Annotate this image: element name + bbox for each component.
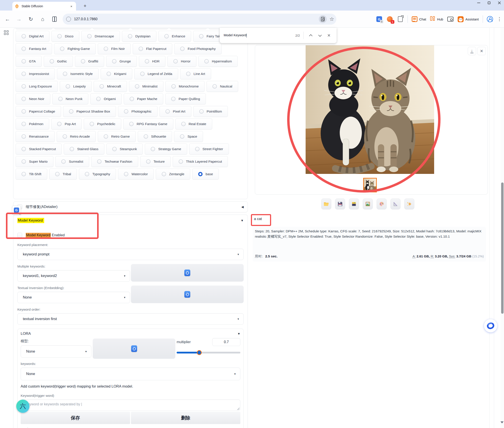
slider-thumb[interactable] [197, 350, 202, 355]
style-chip-monochrome[interactable]: Monochrome [165, 81, 204, 92]
style-chip-flat-papercut[interactable]: Flat Papercut [133, 43, 172, 54]
style-chip-fighting-game[interactable]: Fighting Game [54, 43, 96, 54]
model-keyword-header[interactable]: Model Keyword ▼ [17, 218, 244, 223]
ai-assistant-floating-button[interactable] [484, 319, 497, 332]
trigger-word-textarea[interactable]: Keyword or keywords separated by | [21, 399, 240, 411]
style-chip-stained-glass[interactable]: Stained Glass [64, 144, 104, 155]
style-chip-gothic[interactable]: Gothic [44, 56, 73, 67]
model-keyword-enabled-row[interactable]: Model Keyword Enabled [17, 233, 244, 238]
style-chip-graffiti[interactable]: Graffiti [75, 56, 104, 67]
bookmark-star-icon[interactable]: ☆ [329, 16, 334, 22]
translate-circle-button[interactable]: 六 [16, 400, 29, 413]
style-chip-space[interactable]: Space [174, 131, 203, 142]
style-chip-texture[interactable]: Texture [140, 156, 171, 167]
side-panel-icon[interactable] [50, 10, 59, 28]
style-chip-legend-of-zelda[interactable]: Legend of Zelda [134, 68, 178, 79]
assistant-extension-button[interactable]: Assistant [458, 16, 479, 22]
style-chip-minecraft[interactable]: Minecraft [94, 81, 127, 92]
profile-avatar[interactable] [487, 16, 493, 22]
style-chip-dystopian[interactable]: Dystopian [122, 31, 156, 42]
open-folder-icon[interactable] [321, 198, 331, 209]
translate-extension-icon[interactable]: G文 [376, 16, 382, 22]
find-next-icon[interactable] [316, 32, 324, 39]
style-chip-horror[interactable]: Horror [167, 56, 196, 67]
style-chip-rpg-fantasy-game[interactable]: RPG Fantasy Game [123, 118, 173, 130]
find-input[interactable]: Model Keyword [224, 33, 295, 37]
site-info-icon[interactable] [66, 17, 71, 22]
refresh-lora-icon[interactable] [131, 345, 137, 352]
style-chip-dreamscape[interactable]: Dreamscape [81, 31, 120, 42]
close-image-button[interactable]: × [477, 47, 486, 55]
style-chip-zentangle[interactable]: Zentangle [156, 169, 190, 180]
style-chip-impressionist[interactable]: Impressionist [16, 68, 55, 79]
lora-keywords-dropdown[interactable]: None ▼ [21, 368, 240, 380]
style-chip-paper-quilling[interactable]: Paper Quilling [165, 93, 206, 104]
multiplier-input[interactable]: 0.7 [212, 338, 240, 346]
style-chip-food-photography[interactable]: Food Photography [174, 43, 222, 54]
style-chip-typography[interactable]: Typography [79, 169, 116, 180]
style-chip-tilt-shift[interactable]: Tilt-Shift [16, 169, 47, 180]
style-chip-hyperrealism[interactable]: Hyperrealism [198, 56, 238, 67]
keyword-placement-dropdown[interactable]: keyword prompt ▼ [17, 249, 244, 260]
style-chip-origami[interactable]: Origami [90, 93, 122, 104]
style-chip-stacked-papercut[interactable]: Stacked Papercut [16, 144, 62, 155]
style-chip-thick-layered-papercut[interactable]: Thick Layered Papercut [173, 156, 228, 167]
style-chip-minimalist[interactable]: Minimalist [129, 81, 163, 92]
url-bar[interactable]: 127.0.0.1:7860 ☆ [63, 14, 336, 25]
style-chip-neon-noir[interactable]: Neon Noir [16, 93, 50, 104]
style-chip-papercut-shadow-box[interactable]: Papercut Shadow Box [63, 106, 116, 117]
refresh-keywords-icon[interactable] [184, 270, 190, 276]
accordion-expanded-icon[interactable]: ▼ [237, 332, 240, 336]
style-chip-gta[interactable]: GTA [16, 56, 42, 67]
accordion-collapsed-icon[interactable]: ◀ [241, 205, 244, 209]
translate-popup-icon[interactable]: G文 [12, 206, 21, 214]
lora-model-dropdown[interactable]: None ▼ [21, 345, 91, 358]
window-minimize-icon[interactable] [477, 3, 480, 3]
style-chip-pixel-art[interactable]: Pixel Art [160, 106, 191, 117]
style-chip-real-estate[interactable]: Real Estate [175, 118, 212, 130]
style-chip-base[interactable]: base [192, 169, 219, 180]
style-chip-super-mario[interactable]: Super Mario [16, 156, 53, 167]
delete-button[interactable]: 删除 [131, 412, 240, 424]
generation-params[interactable]: Steps: 20, Sampler: DPM++ 2M, Schedule t… [255, 229, 484, 239]
find-bar[interactable]: Model Keyword 2/2 × [220, 28, 337, 43]
scrollbar-thumb[interactable] [501, 182, 504, 314]
browser-menu-icon[interactable]: ⋮ [497, 16, 502, 22]
find-close-icon[interactable]: × [325, 32, 333, 39]
style-chip-tribal[interactable]: Tribal [49, 169, 77, 180]
gallery-thumbnail[interactable] [363, 178, 377, 192]
save-icon[interactable] [335, 198, 345, 209]
prompt-text[interactable]: a cat [254, 217, 262, 221]
style-chip-retro-arcade[interactable]: Retro Arcade [57, 131, 96, 142]
style-chip-papercut-collage[interactable]: Papercut Collage [16, 106, 61, 117]
back-icon[interactable]: ← [3, 10, 12, 28]
apps-grid-icon[interactable] [4, 30, 9, 36]
page-scrollbar[interactable] [501, 28, 504, 428]
refresh-embeddings-icon[interactable] [184, 291, 190, 298]
new-tab-button[interactable]: + [82, 3, 88, 9]
style-chip-lowpoly[interactable]: Lowpoly [60, 81, 92, 92]
find-in-page-icon[interactable] [319, 15, 327, 23]
forward-icon[interactable]: → [14, 10, 24, 28]
ruler-icon[interactable] [390, 198, 400, 209]
extension-with-badge-icon[interactable]: 1 [386, 16, 393, 22]
sparkles-icon[interactable] [404, 198, 414, 209]
multiple-keywords-dropdown[interactable]: keyword1, keyword2 ▼ [17, 270, 130, 282]
style-chip-neon-punk[interactable]: Neon Punk [52, 93, 89, 104]
style-chip-nautical[interactable]: Nautical [206, 81, 238, 92]
style-chip-pointillism[interactable]: Pointillism [193, 106, 228, 117]
style-chip-kirigami[interactable]: Kirigami [101, 68, 132, 79]
hub-extension-button[interactable]: Hub [430, 16, 443, 22]
save-zip-icon[interactable] [349, 198, 359, 209]
textual-inversion-dropdown[interactable]: None ▼ [17, 292, 130, 303]
style-chip-paper-mache[interactable]: Paper Mache [124, 93, 163, 104]
style-chip-disco[interactable]: Disco [51, 31, 79, 42]
style-chip-silhouette[interactable]: Silhouette [138, 131, 172, 142]
tab-stable-diffusion[interactable]: Stable Diffusion × [12, 2, 76, 10]
style-chip-steampunk[interactable]: Steampunk [106, 144, 143, 155]
style-chip-film-noir[interactable]: Film Noir [98, 43, 131, 54]
screen-search-icon[interactable] [447, 16, 454, 22]
download-image-button[interactable]: ↓ [468, 47, 476, 55]
adetailer-accordion[interactable]: 细节修复(ADetailer) ◀ [13, 201, 248, 212]
style-chip-grunge[interactable]: Grunge [106, 56, 137, 67]
